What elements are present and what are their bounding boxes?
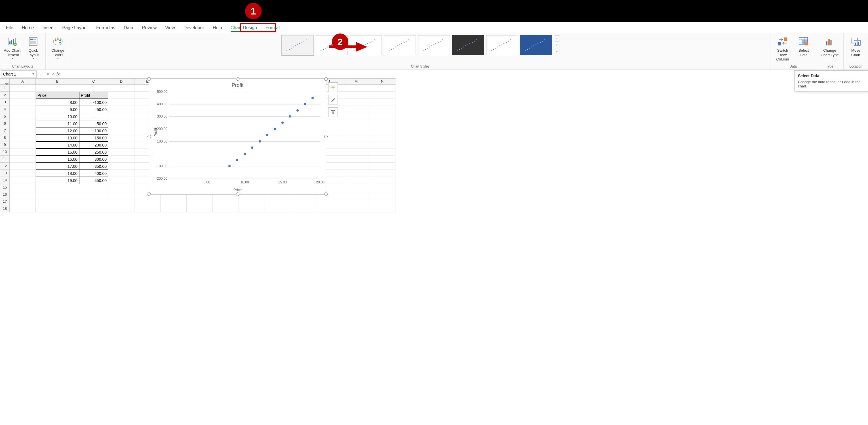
cell[interactable] (265, 198, 291, 205)
cell[interactable] (213, 198, 239, 205)
cell[interactable]: 17.00 (36, 163, 79, 170)
cell[interactable]: 10.00 (36, 113, 79, 120)
cell[interactable] (343, 170, 369, 177)
cell[interactable] (343, 177, 369, 184)
row-header[interactable]: 9 (0, 141, 10, 148)
col-header[interactable]: C (79, 78, 108, 85)
chart-style-7[interactable] (486, 35, 518, 55)
cell[interactable] (108, 99, 134, 106)
cell[interactable] (369, 127, 396, 134)
cell[interactable] (369, 120, 396, 127)
chart-style-8[interactable] (520, 35, 552, 55)
data-point[interactable] (297, 109, 299, 112)
worksheet[interactable]: A B C D E F G H I J K L M N 12PriceProfi… (0, 78, 868, 213)
tab-review[interactable]: Review (137, 24, 161, 33)
cell[interactable]: 16.00 (36, 155, 79, 163)
cell[interactable] (10, 184, 36, 191)
cell[interactable] (36, 184, 79, 191)
data-point[interactable] (244, 153, 246, 155)
cell[interactable] (369, 113, 396, 120)
cell[interactable]: 450.00 (79, 177, 108, 184)
row-header[interactable]: 13 (0, 170, 10, 177)
cell[interactable]: 300.00 (79, 155, 108, 163)
row-header[interactable]: 7 (0, 127, 10, 134)
cell[interactable] (343, 113, 369, 120)
cell[interactable] (108, 92, 134, 99)
row-header[interactable]: 4 (0, 106, 10, 113)
name-box[interactable]: Chart 1 ▼ (1, 70, 37, 78)
cell[interactable]: Price (36, 92, 79, 99)
chart-filters-button[interactable] (328, 107, 338, 117)
cell[interactable] (239, 198, 265, 205)
cell[interactable] (343, 148, 369, 155)
cell[interactable]: 250.00 (79, 148, 108, 155)
cell[interactable]: 50.00 (79, 120, 108, 127)
tab-home[interactable]: Home (18, 24, 38, 33)
quick-layout-button[interactable]: Quick Layout ▾ (23, 34, 43, 61)
resize-handle[interactable] (324, 193, 328, 196)
cell[interactable] (10, 120, 36, 127)
cell[interactable] (213, 205, 239, 213)
cell[interactable] (343, 141, 369, 148)
add-chart-element-button[interactable]: + Add Chart Element ▾ (2, 34, 22, 61)
cell[interactable] (317, 198, 343, 205)
cell[interactable]: 400.00 (79, 170, 108, 177)
cell[interactable] (36, 85, 79, 92)
enter-icon[interactable]: ✓ (51, 72, 55, 76)
cell[interactable]: 150.00 (79, 134, 108, 141)
cell[interactable] (36, 191, 79, 198)
cell[interactable] (10, 92, 36, 99)
tab-data[interactable]: Data (119, 24, 137, 33)
cell[interactable]: 14.00 (36, 141, 79, 148)
formula-input[interactable] (62, 70, 868, 78)
cell[interactable] (10, 205, 36, 213)
row-header[interactable]: 15 (0, 184, 10, 191)
cell[interactable] (160, 198, 187, 205)
cell[interactable] (10, 163, 36, 170)
cell[interactable] (343, 127, 369, 134)
cell[interactable] (108, 163, 134, 170)
chart-style-5[interactable] (418, 35, 450, 55)
cell[interactable] (108, 127, 134, 134)
cell[interactable] (343, 163, 369, 170)
switch-row-column-button[interactable]: Switch Row/ Column (773, 34, 793, 63)
cell[interactable] (10, 134, 36, 141)
cell[interactable] (343, 120, 369, 127)
cell[interactable] (108, 120, 134, 127)
cell[interactable] (369, 177, 396, 184)
cell[interactable]: 200.00 (79, 141, 108, 148)
tab-chart-design[interactable]: Chart Design (226, 24, 261, 33)
resize-handle[interactable] (148, 135, 151, 138)
cell[interactable] (79, 184, 108, 191)
cell[interactable] (343, 198, 369, 205)
select-data-button[interactable]: Select Data (794, 34, 813, 58)
data-point[interactable] (311, 97, 314, 99)
cell[interactable] (160, 205, 187, 213)
resize-handle[interactable] (324, 77, 328, 81)
tab-developer[interactable]: Developer (179, 24, 209, 33)
cancel-icon[interactable]: ✕ (46, 72, 50, 76)
row-header[interactable]: 8 (0, 134, 10, 141)
data-point[interactable] (228, 165, 230, 167)
cell[interactable]: 8.00 (36, 99, 79, 106)
cell[interactable] (369, 205, 396, 213)
change-chart-type-button[interactable]: Change Chart Type (818, 34, 841, 58)
cell[interactable] (108, 141, 134, 148)
data-point[interactable] (274, 128, 276, 130)
embedded-chart[interactable]: Profit Profit Price -200.00-100.00-100.0… (149, 79, 326, 195)
cell[interactable] (36, 205, 79, 213)
cell[interactable] (187, 205, 213, 213)
cell[interactable] (10, 85, 36, 92)
cell[interactable] (10, 198, 36, 205)
row-header[interactable]: 6 (0, 120, 10, 127)
cell[interactable] (369, 155, 396, 163)
cell[interactable] (108, 170, 134, 177)
chart-style-6[interactable] (452, 35, 484, 55)
row-header[interactable]: 16 (0, 191, 10, 198)
cell[interactable] (369, 106, 396, 113)
cell[interactable] (239, 205, 265, 213)
cell[interactable] (134, 198, 160, 205)
data-point[interactable] (251, 146, 253, 149)
row-header[interactable]: 11 (0, 155, 10, 163)
chart-style-4[interactable] (384, 35, 416, 55)
